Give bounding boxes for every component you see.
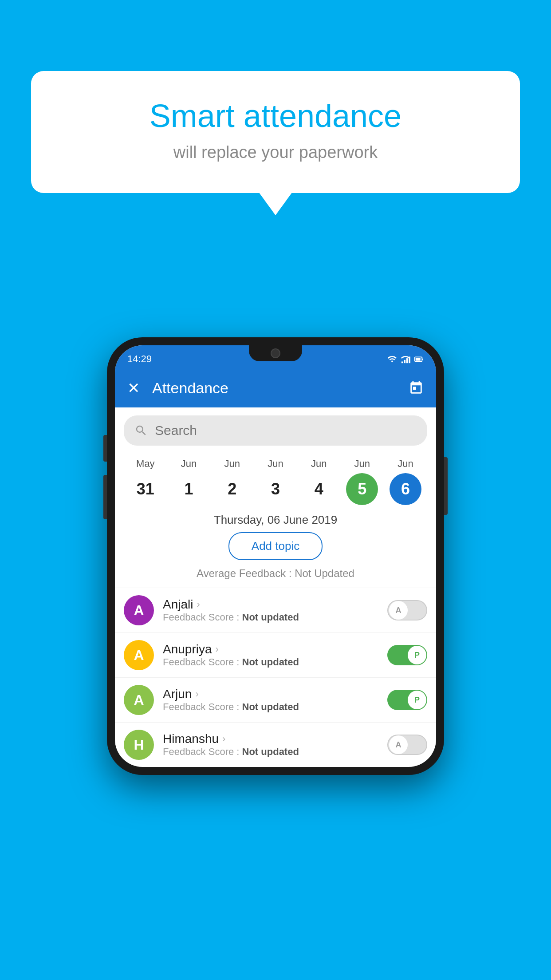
- cal-month: Jun: [268, 458, 283, 470]
- calendar-day[interactable]: Jun4: [299, 458, 339, 505]
- feedback-score: Feedback Score : Not updated: [163, 746, 387, 758]
- phone-screen: 14:29: [115, 345, 436, 767]
- feedback-value: Not updated: [242, 612, 299, 623]
- attendance-toggle-wrapper[interactable]: A: [387, 600, 427, 620]
- student-item[interactable]: AAnjali ›Feedback Score : Not updatedA: [115, 588, 436, 632]
- selected-date: Thursday, 06 June 2019: [115, 513, 436, 527]
- cal-date[interactable]: 4: [303, 473, 335, 505]
- search-input[interactable]: [155, 423, 417, 438]
- front-camera: [271, 348, 280, 358]
- add-topic-button[interactable]: Add topic: [228, 532, 323, 560]
- student-info: Himanshu ›Feedback Score : Not updated: [163, 732, 387, 758]
- calendar-day[interactable]: Jun3: [256, 458, 295, 505]
- calendar-day[interactable]: May31: [126, 458, 165, 505]
- battery-icon: [414, 354, 424, 364]
- cal-month: Jun: [311, 458, 327, 470]
- cal-month: Jun: [354, 458, 370, 470]
- student-info: Anjali ›Feedback Score : Not updated: [163, 597, 387, 623]
- avatar: A: [124, 640, 154, 670]
- feedback-value: Not updated: [242, 656, 299, 668]
- attendance-toggle[interactable]: A: [387, 735, 427, 755]
- student-item[interactable]: AArjun ›Feedback Score : Not updatedP: [115, 677, 436, 722]
- toggle-knob: A: [389, 735, 408, 754]
- volume-up-button: [103, 435, 107, 462]
- search-icon: [134, 424, 148, 437]
- cal-month: May: [136, 458, 155, 470]
- cal-date[interactable]: 1: [173, 473, 205, 505]
- cal-date[interactable]: 31: [130, 473, 161, 505]
- status-time: 14:29: [127, 353, 152, 365]
- speech-bubble: Smart attendance will replace your paper…: [31, 71, 520, 193]
- attendance-toggle-wrapper[interactable]: P: [387, 690, 427, 710]
- calendar-day[interactable]: Jun5: [342, 458, 382, 505]
- svg-rect-2: [406, 358, 408, 363]
- cal-date[interactable]: 6: [390, 473, 421, 505]
- calendar-icon[interactable]: [409, 380, 424, 395]
- wifi-icon: [387, 354, 397, 364]
- chevron-icon: ›: [197, 599, 200, 610]
- attendance-toggle[interactable]: P: [387, 645, 427, 665]
- cal-date[interactable]: 3: [260, 473, 291, 505]
- toggle-knob: A: [389, 601, 408, 620]
- volume-down-button: [103, 475, 107, 519]
- avatar: A: [124, 595, 154, 625]
- feedback-value: Not updated: [242, 746, 299, 757]
- student-name: Himanshu ›: [163, 732, 387, 746]
- svg-rect-3: [409, 357, 410, 364]
- calendar-day[interactable]: Jun1: [169, 458, 209, 505]
- hero-section: Smart attendance will replace your paper…: [31, 71, 520, 193]
- app-bar-title: Attendance: [152, 379, 396, 397]
- app-bar: ✕ Attendance: [115, 368, 436, 407]
- calendar-day[interactable]: Jun6: [386, 458, 425, 505]
- hero-subtitle: will replace your paperwork: [67, 143, 484, 162]
- calendar-strip: May31Jun1Jun2Jun3Jun4Jun5Jun6: [115, 454, 436, 505]
- chevron-icon: ›: [216, 644, 219, 655]
- attendance-toggle[interactable]: A: [387, 600, 427, 620]
- svg-rect-0: [401, 362, 403, 364]
- feedback-score: Feedback Score : Not updated: [163, 656, 387, 668]
- chevron-icon: ›: [222, 733, 225, 745]
- phone-notch: [249, 345, 302, 361]
- feedback-value: Not updated: [242, 701, 299, 712]
- student-item[interactable]: AAnupriya ›Feedback Score : Not updatedP: [115, 632, 436, 677]
- svg-rect-5: [416, 358, 421, 360]
- toggle-knob: P: [408, 691, 426, 709]
- avatar: A: [124, 685, 154, 715]
- signal-icon: [401, 354, 410, 364]
- cal-month: Jun: [181, 458, 197, 470]
- student-item[interactable]: HHimanshu ›Feedback Score : Not updatedA: [115, 722, 436, 767]
- feedback-score: Feedback Score : Not updated: [163, 701, 387, 713]
- student-name: Anjali ›: [163, 597, 387, 612]
- feedback-score: Feedback Score : Not updated: [163, 612, 387, 623]
- cal-month: Jun: [398, 458, 413, 470]
- cal-date[interactable]: 2: [216, 473, 248, 505]
- attendance-toggle-wrapper[interactable]: A: [387, 735, 427, 755]
- cal-date[interactable]: 5: [346, 473, 378, 505]
- phone-mockup: 14:29: [107, 337, 444, 775]
- status-icons: [387, 354, 424, 364]
- student-list: AAnjali ›Feedback Score : Not updatedAAA…: [115, 588, 436, 767]
- hero-title: Smart attendance: [67, 98, 484, 134]
- chevron-icon: ›: [195, 688, 198, 700]
- student-name: Anupriya ›: [163, 642, 387, 656]
- svg-rect-1: [404, 360, 405, 363]
- average-feedback: Average Feedback : Not Updated: [115, 567, 436, 580]
- search-bar[interactable]: [124, 415, 427, 446]
- power-button: [444, 457, 448, 515]
- cal-month: Jun: [224, 458, 240, 470]
- attendance-toggle[interactable]: P: [387, 690, 427, 710]
- close-button[interactable]: ✕: [127, 379, 140, 397]
- student-info: Arjun ›Feedback Score : Not updated: [163, 687, 387, 713]
- student-info: Anupriya ›Feedback Score : Not updated: [163, 642, 387, 668]
- avatar: H: [124, 730, 154, 760]
- toggle-knob: P: [408, 646, 426, 664]
- student-name: Arjun ›: [163, 687, 387, 701]
- attendance-toggle-wrapper[interactable]: P: [387, 645, 427, 665]
- calendar-day[interactable]: Jun2: [212, 458, 252, 505]
